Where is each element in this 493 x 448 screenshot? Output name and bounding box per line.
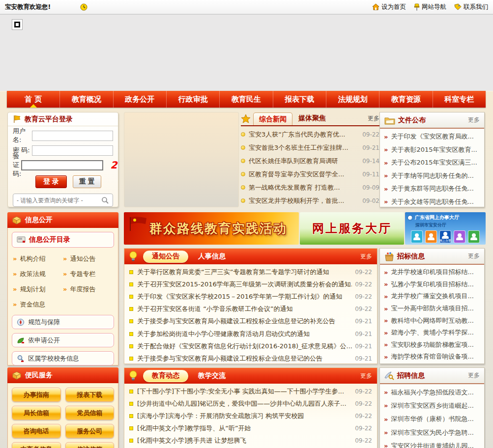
document-item[interactable]: 关于李纳等同志职务任免的... bbox=[384, 169, 480, 183]
service-button[interactable]: 咨询电话 bbox=[12, 424, 61, 438]
notice-item[interactable]: 关于举行区教育局党委“三严三实”专题教育第二专题学习研讨的通知 09-22 bbox=[129, 266, 372, 278]
gd-app-tile[interactable]: 网上办事 bbox=[439, 230, 451, 243]
school-affairs-button[interactable]: 区属学校校务信息 bbox=[12, 351, 114, 365]
gd-app-tile[interactable] bbox=[468, 230, 480, 243]
job-item[interactable]: 深圳市宝安区西乡街道崛起... bbox=[384, 399, 480, 412]
login-button[interactable]: 登 录 bbox=[35, 175, 67, 188]
nav-item[interactable]: 首 页 bbox=[7, 91, 60, 108]
bullet-square-icon bbox=[129, 390, 133, 393]
tender-item[interactable]: 海韵学校体育馆音响设备项... bbox=[384, 351, 480, 363]
info-link[interactable]: 政策法规 bbox=[13, 270, 63, 279]
search-input[interactable] bbox=[17, 197, 101, 204]
tab-notices[interactable]: 通知公告 bbox=[143, 251, 188, 263]
info-link[interactable]: 机构介绍 bbox=[13, 254, 63, 263]
job-item[interactable]: 福永福兴小学急招低段语文... bbox=[384, 386, 480, 399]
info-link[interactable]: 年度报告 bbox=[63, 285, 113, 294]
nav-item[interactable]: 政务公开 bbox=[114, 91, 167, 108]
tender-item[interactable]: 龙井学校广播室交换机项目... bbox=[384, 290, 480, 303]
jobs-more-link[interactable]: 更多 bbox=[468, 371, 480, 380]
norms-guarantee-button[interactable]: 规范与保障 bbox=[12, 315, 114, 329]
login-buttons: 登 录 重 置 bbox=[35, 175, 118, 188]
news-item[interactable]: 区教育督导室举办宝安区督学全... 09-11 bbox=[241, 168, 379, 181]
info-link[interactable]: 规划计划 bbox=[13, 285, 63, 294]
news-item[interactable]: 宝安3人获“广东当代民办教育优... 09-22 bbox=[241, 128, 379, 141]
notice-item[interactable]: 关于接受参与宝安区教育局小额建设工程投标企业信息登记的公告 09-21 bbox=[129, 352, 372, 364]
edu-more-link[interactable]: 更多 bbox=[360, 372, 372, 380]
service-button[interactable]: 局长信箱 bbox=[12, 406, 61, 420]
tender-item[interactable]: 龙井学校速印机项目招标结... bbox=[384, 266, 480, 279]
service-button[interactable]: 服务公司 bbox=[65, 424, 115, 438]
service-button[interactable]: 中高考信息 bbox=[12, 442, 61, 448]
edu-item[interactable]: [下十围小学]下十围小学:安全无小事 实践出真知——下十围小学学生参... 09… bbox=[129, 385, 372, 397]
gd-online-hall-banner[interactable]: 广东省网上办事大厅 深圳市宝安分厅 网上办事 bbox=[405, 212, 486, 245]
documents-more-link[interactable]: 更多 bbox=[468, 116, 480, 124]
job-item[interactable]: 深圳市华侨（康桥）书院急... bbox=[384, 413, 480, 426]
gd-app-tile[interactable] bbox=[425, 230, 437, 243]
news-item[interactable]: 第一战略优先发展教育 打造教... 09-09 bbox=[241, 181, 379, 194]
nav-item[interactable]: 报表下载 bbox=[273, 91, 326, 108]
tender-item[interactable]: 宝安职校多功能阶梯教室项... bbox=[384, 339, 480, 351]
info-panel-body: 信息公开目录 机构介绍通知公告政策法规专题专栏规划计划年度报告资金信息 规范与保… bbox=[7, 228, 118, 365]
search-icon[interactable] bbox=[101, 196, 109, 204]
notice-item[interactable]: 关于接受参与宝安区教育局小额建设工程投标企业信息登记的补充公告 09-21 bbox=[129, 315, 372, 328]
apply-disclosure-button[interactable]: 依申请公开 bbox=[12, 333, 114, 347]
gd-app-tile[interactable] bbox=[454, 230, 465, 243]
edu-item[interactable]: [化雨中英文小学]携手共进 让梦想腾飞 09-22 bbox=[129, 435, 372, 447]
nav-item[interactable]: 教育概况 bbox=[60, 91, 113, 108]
info-link[interactable]: 专题专栏 bbox=[63, 270, 113, 279]
tab-media-focus[interactable]: 媒体聚焦 bbox=[292, 112, 332, 125]
set-home-link[interactable]: 设为首页 bbox=[372, 3, 406, 11]
contact-link[interactable]: 联系我们 bbox=[454, 3, 488, 11]
edu-item[interactable]: [滨海小学]滨海小学：开展消防安全疏散演习 构筑平安校园 09-22 bbox=[129, 410, 372, 422]
document-item[interactable]: 关于黄东群等同志职务任免... bbox=[384, 182, 480, 196]
info-link[interactable]: 资金信息 bbox=[13, 300, 63, 309]
news-item[interactable]: 宝安首批3个名班主任工作室挂牌... 09-21 bbox=[241, 141, 379, 154]
job-item[interactable]: 深圳市宝安区为民小学急聘... bbox=[384, 426, 480, 439]
document-item[interactable]: 关于印发《宝安区教育局政... bbox=[384, 130, 480, 143]
captcha-field[interactable] bbox=[21, 160, 103, 170]
document-item[interactable]: 关于表彰2015年宝安区教育... bbox=[384, 143, 480, 157]
notice-item[interactable]: 关于印发《宝安区家长学校2015－2016学年第一学期工作计划》的通知 09-2… bbox=[129, 290, 372, 303]
bullet-square-icon bbox=[129, 295, 133, 299]
tenders-more-link[interactable]: 更多 bbox=[468, 252, 480, 260]
reset-button[interactable]: 重 置 bbox=[73, 175, 101, 188]
document-item[interactable]: 关于余文雄等同志职务任免... bbox=[384, 196, 480, 208]
notice-item[interactable]: 关于配合做好《宝安区教育信息化行动计划(2016-2018)_征求意见稿》公..… bbox=[129, 340, 372, 352]
service-button[interactable]: 党员信箱 bbox=[65, 406, 115, 420]
nav-item[interactable]: 教育民生 bbox=[220, 91, 273, 108]
edu-item[interactable]: [沙井街道中心幼儿园]铭记历史，爱我中国——沙井中心幼儿园百人亲子... 09-… bbox=[129, 397, 372, 410]
nav-item[interactable]: 行政审批 bbox=[167, 91, 220, 108]
news-item[interactable]: 代区长姚任率队到区教育局调研 09-14 bbox=[241, 154, 379, 168]
news-item[interactable]: 宝安区龙井学校顺利开学，首批... 09-02 bbox=[241, 194, 379, 207]
notice-item[interactable]: 关于参加松岗街道中小学心理健康教育活动月启动仪式的通知 09-21 bbox=[129, 328, 372, 340]
edu-item[interactable]: [化雨中英文小学]教学指导、从“听”开始 09-22 bbox=[129, 422, 372, 435]
info-link[interactable]: 通知公告 bbox=[63, 254, 113, 263]
info-directory-button[interactable]: 信息公开目录 bbox=[12, 232, 114, 248]
nav-item[interactable]: 科室专栏 bbox=[433, 91, 486, 108]
service-hall-banner[interactable]: 网上服务大厅 bbox=[300, 212, 404, 245]
document-item[interactable]: 关于公布2015年宝安区满三... bbox=[384, 156, 480, 169]
tender-item[interactable]: 碧海小学、黄埔小学科学探... bbox=[384, 327, 480, 339]
job-item[interactable]: 宝安区沙井街道黄埔幼儿园... bbox=[384, 439, 480, 448]
site-nav-link[interactable]: 网站导航 bbox=[414, 3, 446, 11]
nav-item[interactable]: 教育资源 bbox=[379, 91, 433, 108]
service-button[interactable]: 报表下载 bbox=[65, 388, 115, 402]
tender-item[interactable]: 弘雅小学复印机项目招标结... bbox=[384, 279, 480, 291]
tender-item[interactable]: 教科培中心网络即时互动教... bbox=[384, 314, 480, 327]
gd-app-tile[interactable] bbox=[411, 230, 423, 243]
tab-teaching-exchange[interactable]: 教学交流 bbox=[198, 371, 226, 380]
notice-item[interactable]: 关于召开宝安区各街道 “小学音乐教研工作会议”的通知 09-22 bbox=[129, 303, 372, 315]
service-button[interactable]: 办事指南 bbox=[12, 388, 61, 402]
tab-personnel[interactable]: 人事信息 bbox=[198, 252, 226, 261]
campaign-banner[interactable]: 群众路线教育实践活动 bbox=[124, 212, 299, 245]
nav-item[interactable]: 法规规划 bbox=[326, 91, 379, 108]
tender-item[interactable]: 宝一外高中部防火墙项目招... bbox=[384, 303, 480, 315]
username-field[interactable] bbox=[32, 131, 113, 141]
notices-more-link[interactable]: 更多 bbox=[360, 252, 372, 261]
tab-edu-news[interactable]: 教育动态 bbox=[143, 370, 188, 382]
notice-item[interactable]: 关于召开宝安区2015-2016学年高三年级第一次调研测试质量分析会的通知...… bbox=[129, 278, 372, 290]
password-field[interactable] bbox=[32, 145, 113, 156]
tab-general-news[interactable]: 综合新闻 bbox=[253, 112, 292, 125]
news-more-link[interactable]: 更多 bbox=[368, 114, 379, 125]
service-button[interactable]: 信访信箱 bbox=[65, 442, 115, 448]
